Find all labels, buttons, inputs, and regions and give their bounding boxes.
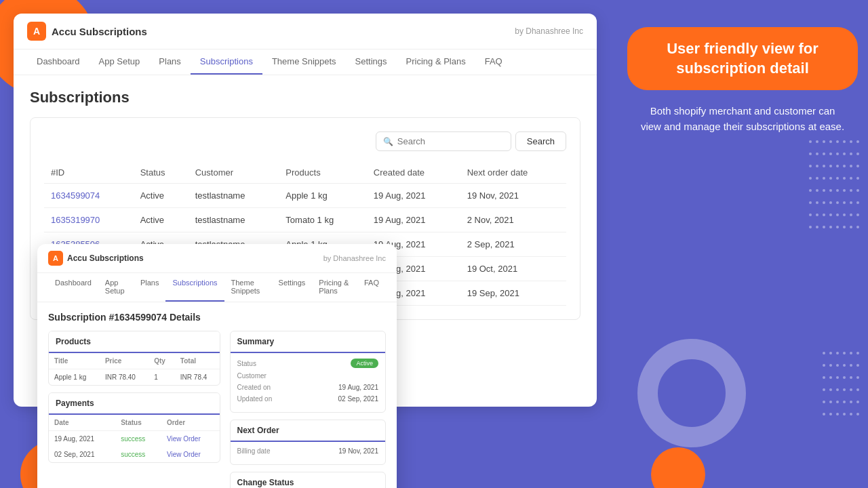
change-status-title: Change Status xyxy=(231,472,385,488)
tab-subscriptions[interactable]: Subscriptions xyxy=(191,49,262,75)
table-row: 1634599074 Active testlastname Apple 1 k… xyxy=(44,184,566,208)
detail-tab-plans[interactable]: Plans xyxy=(134,273,166,302)
search-button[interactable]: Search xyxy=(515,131,566,151)
app-title: Accu Subscriptions xyxy=(52,26,147,37)
detail-title: Subscription #1634599074 Details xyxy=(48,312,386,323)
row-id[interactable]: 1634599074 xyxy=(44,184,134,208)
detail-left-col: Products Title Price Qty Total xyxy=(48,331,220,488)
row-next-order: 19 Nov, 2021 xyxy=(460,184,566,208)
page-title: Subscriptions xyxy=(30,89,580,106)
prod-total: INR 78.4 xyxy=(175,369,220,386)
tab-pricing-plans[interactable]: Pricing & Plans xyxy=(397,49,475,75)
detail-header: A Accu Subscriptions by Dhanashree Inc xyxy=(37,244,397,273)
detail-tab-dashboard[interactable]: Dashboard xyxy=(48,273,98,302)
tab-dashboard[interactable]: Dashboard xyxy=(27,49,90,75)
product-row: Apple 1 kg INR 78.40 1 INR 78.4 xyxy=(49,369,220,386)
col-products: Products xyxy=(279,162,367,184)
promo-title: User friendly view for subscription deta… xyxy=(646,39,839,78)
tab-settings[interactable]: Settings xyxy=(346,49,397,75)
detail-logo-icon: A xyxy=(48,251,63,266)
payment-row-2: 02 Sep, 2021 success View Order xyxy=(49,447,220,462)
summary-section: Summary Status Active Customer Created o… xyxy=(230,331,386,413)
search-input[interactable] xyxy=(397,136,504,146)
change-status-section: Change Status Pause Cancel xyxy=(230,472,386,488)
updated-value: 02 Sep, 2021 xyxy=(338,395,379,403)
detail-overlay-card: A Accu Subscriptions by Dhanashree Inc D… xyxy=(37,244,397,488)
detail-columns: Products Title Price Qty Total xyxy=(48,331,386,488)
next-order-section: Next Order Billing date 19 Nov, 2021 xyxy=(230,420,386,465)
customer-label: Customer xyxy=(237,372,267,380)
right-panel: User friendly view for subscription deta… xyxy=(617,0,868,488)
pay-date-2: 02 Sep, 2021 xyxy=(49,447,115,462)
tab-theme-snippets[interactable]: Theme Snippets xyxy=(262,49,346,75)
tab-app-setup[interactable]: App Setup xyxy=(90,49,150,75)
prod-col-total: Total xyxy=(175,353,220,369)
detail-tab-pricing[interactable]: Pricing & Plans xyxy=(312,273,357,302)
summary-title: Summary xyxy=(231,331,385,353)
col-customer: Customer xyxy=(189,162,279,184)
pay-col-date: Date xyxy=(49,415,115,431)
status-badge: Active xyxy=(351,359,378,368)
promo-badge: User friendly view for subscription deta… xyxy=(627,27,858,90)
pay-col-order: Order xyxy=(161,415,220,431)
updated-label: Updated on xyxy=(237,395,273,403)
detail-app-name: Accu Subscriptions xyxy=(67,253,144,263)
row-id[interactable]: 1635319970 xyxy=(44,208,134,232)
col-id: #ID xyxy=(44,162,134,184)
row-customer: testlastname xyxy=(189,184,279,208)
pay-status-2: success xyxy=(115,447,161,462)
app-header: A Accu Subscriptions by Dhanashree Inc xyxy=(14,14,597,49)
prod-qty: 1 xyxy=(149,369,175,386)
detail-right-col: Summary Status Active Customer Created o… xyxy=(230,331,386,488)
row-created: 19 Aug, 2021 xyxy=(367,184,460,208)
prod-title: Apple 1 kg xyxy=(49,369,100,386)
row-created: 19 Aug, 2021 xyxy=(367,208,460,232)
products-title: Products xyxy=(49,331,220,353)
prod-price: INR 78.40 xyxy=(100,369,149,386)
pay-order-2[interactable]: View Order xyxy=(161,447,220,462)
col-created: Created date xyxy=(367,162,460,184)
created-value: 19 Aug, 2021 xyxy=(338,384,378,391)
dots-right-bottom xyxy=(821,347,861,420)
detail-nav: Dashboard App Setup Plans Subscriptions … xyxy=(37,273,397,302)
row-status: Active xyxy=(134,184,189,208)
detail-tab-settings[interactable]: Settings xyxy=(272,273,313,302)
summary-updated-row: Updated on 02 Sep, 2021 xyxy=(237,395,378,403)
payments-section: Payments Date Status Order 19 Aug, 2021 xyxy=(48,392,220,463)
col-next-order: Next order date xyxy=(460,162,566,184)
next-order-title: Next Order xyxy=(231,420,385,442)
logo-icon: A xyxy=(27,22,46,41)
row-next-order: 2 Sep, 2021 xyxy=(460,232,566,257)
prod-col-price: Price xyxy=(100,353,149,369)
prod-col-qty: Qty xyxy=(149,353,175,369)
app-logo: A Accu Subscriptions xyxy=(27,22,147,41)
detail-tab-theme-snippets[interactable]: Theme Snippets xyxy=(224,273,272,302)
detail-body: Subscription #1634599074 Details Product… xyxy=(37,302,397,488)
billing-value: 19 Nov, 2021 xyxy=(338,447,378,455)
promo-desc: Both shopify merchant and customer can v… xyxy=(633,104,852,134)
search-icon: 🔍 xyxy=(383,137,393,146)
nav-tabs: Dashboard App Setup Plans Subscriptions … xyxy=(14,49,597,75)
col-status: Status xyxy=(134,162,189,184)
products-section: Products Title Price Qty Total xyxy=(48,331,220,386)
products-table: Title Price Qty Total Apple 1 kg INR 78.… xyxy=(49,353,220,385)
search-input-wrap[interactable]: 🔍 xyxy=(376,131,511,151)
pay-order-1[interactable]: View Order xyxy=(161,431,220,447)
tab-plans[interactable]: Plans xyxy=(149,49,191,75)
payments-title: Payments xyxy=(49,393,220,415)
pay-col-status: Status xyxy=(115,415,161,431)
row-customer: testlastname xyxy=(189,208,279,232)
row-status: Active xyxy=(134,208,189,232)
billing-label: Billing date xyxy=(237,447,271,455)
table-row: 1635319970 Active testlastname Tomato 1 … xyxy=(44,208,566,232)
detail-tab-app-setup[interactable]: App Setup xyxy=(98,273,134,302)
detail-tab-faq[interactable]: FAQ xyxy=(357,273,386,302)
tab-faq[interactable]: FAQ xyxy=(475,49,512,75)
prod-col-title: Title xyxy=(49,353,100,369)
row-next-order: 19 Sep, 2021 xyxy=(460,281,566,306)
row-next-order: 2 Nov, 2021 xyxy=(460,208,566,232)
detail-tab-subscriptions[interactable]: Subscriptions xyxy=(165,273,224,302)
row-products: Apple 1 kg xyxy=(279,184,367,208)
pay-date-1: 19 Aug, 2021 xyxy=(49,431,115,447)
row-products: Tomato 1 kg xyxy=(279,208,367,232)
